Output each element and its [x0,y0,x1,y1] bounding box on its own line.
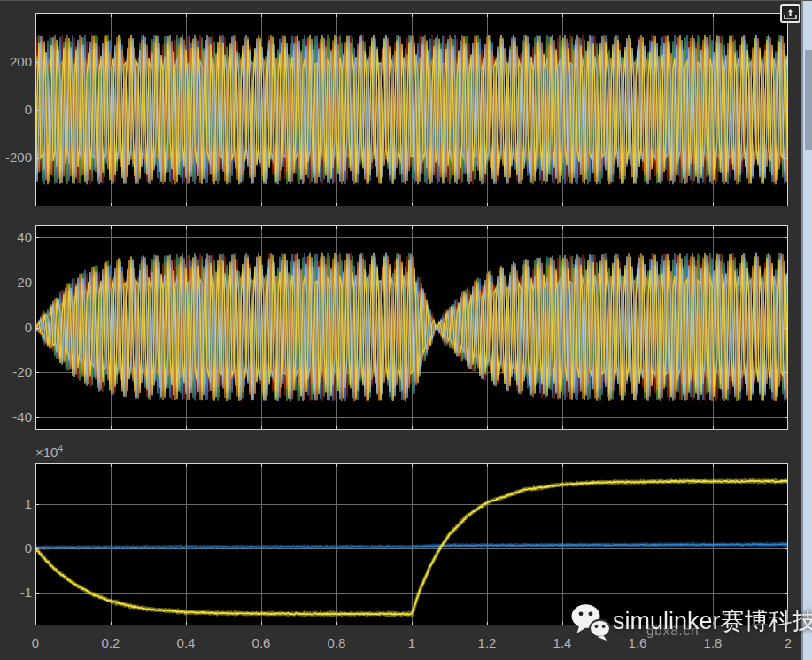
y-tick-label: 40 [0,229,32,245]
x-tick-label: 0.2 [91,635,130,651]
y-tick-label: 200 [0,54,32,70]
y-axis-exponent-label: ×104 [35,441,63,461]
x-tick-label: 1.4 [543,635,582,651]
x-tick-label: 0.4 [166,635,205,651]
scope-figure: 2000-20040200-20-4010-100.20.40.60.811.2… [0,0,812,660]
y-tick-label: -200 [0,150,32,166]
arrow-up-tray-glyph [784,8,797,19]
x-tick-label: 0.6 [242,635,281,651]
plot-canvas-voltages [35,13,788,206]
y-tick-label: 1 [0,496,32,512]
page-scrollbar-thumb[interactable] [805,50,812,150]
y-tick-label: 0 [0,102,32,118]
page-scrollbar-track[interactable] [801,1,812,660]
x-tick-label: 0.8 [317,635,356,651]
y-tick-label: 0 [0,320,32,336]
plot-canvas-currents [35,225,788,430]
x-tick-label: 1.8 [693,635,732,651]
x-tick-label: 0 [16,635,55,651]
y-tick-label: 0 [0,540,32,556]
x-tick-label: 1.2 [468,635,507,651]
x-tick-label: 1 [392,635,431,651]
plot-canvas-torque-speed [35,463,788,625]
popout-icon[interactable] [780,4,800,23]
y-tick-label: -1 [0,585,32,601]
y-tick-label: -40 [0,409,32,425]
y-tick-label: -20 [0,364,32,380]
y-tick-label: 20 [0,275,32,291]
x-tick-label: 1.6 [618,635,657,651]
